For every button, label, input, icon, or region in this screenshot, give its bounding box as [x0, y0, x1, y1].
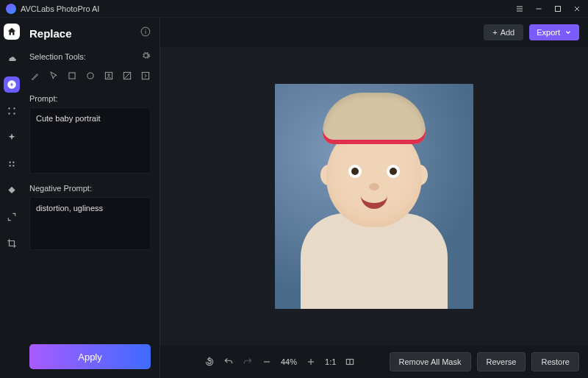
app-title: AVCLabs PhotoPro AI — [21, 4, 514, 13]
svg-point-19 — [87, 73, 93, 79]
export-label: Export — [537, 28, 560, 37]
rail-crop[interactable] — [4, 235, 20, 252]
svg-point-13 — [10, 165, 11, 166]
titlebar: AVCLabs PhotoPro AI — [0, 0, 588, 18]
rail-fill[interactable] — [4, 182, 20, 199]
svg-point-12 — [12, 162, 14, 163]
prompt-label: Prompt: — [29, 94, 151, 103]
restore-button[interactable]: Restore — [531, 352, 579, 371]
negative-prompt-input[interactable] — [29, 197, 151, 250]
selection-tools-label: Selection Tools: — [29, 52, 86, 61]
eraser-tool[interactable] — [121, 69, 132, 82]
person-tool[interactable] — [103, 69, 114, 82]
canvas-area: +Add Export 44% — [160, 18, 588, 378]
export-tool-icon[interactable] — [140, 69, 151, 82]
brush-tool[interactable] — [29, 69, 40, 82]
maximize-button[interactable] — [553, 4, 563, 14]
gear-icon[interactable] — [141, 50, 151, 63]
plus-icon: + — [492, 28, 497, 37]
remove-all-mask-button[interactable]: Remove All Mask — [390, 352, 471, 371]
reverse-button[interactable]: Reverse — [477, 352, 526, 371]
svg-point-9 — [8, 113, 10, 114]
rect-tool[interactable] — [66, 69, 77, 82]
side-panel: Replace Selection Tools: Prompt: Negativ… — [24, 18, 160, 378]
svg-point-7 — [8, 107, 10, 109]
fit-screen-icon[interactable] — [345, 357, 355, 367]
rail-blur[interactable] — [4, 156, 20, 172]
rail-replace[interactable] — [4, 76, 20, 93]
rail-expand[interactable] — [4, 209, 20, 225]
svg-line-23 — [124, 74, 129, 79]
rail-magic[interactable] — [4, 129, 20, 146]
zoom-out-button[interactable] — [262, 357, 272, 367]
tool-rail — [0, 18, 24, 378]
redo-button[interactable] — [243, 357, 253, 367]
svg-point-11 — [10, 162, 11, 163]
pointer-tool[interactable] — [48, 69, 59, 82]
canvas-viewport[interactable] — [160, 47, 588, 346]
undo-button[interactable] — [223, 357, 234, 367]
svg-rect-4 — [556, 6, 561, 11]
rail-cloud[interactable] — [4, 50, 20, 66]
negative-prompt-label: Negative Prompt: — [29, 184, 151, 193]
zoom-in-button[interactable] — [306, 357, 316, 367]
svg-point-10 — [13, 113, 15, 114]
app-logo — [6, 4, 16, 14]
add-label: Add — [501, 28, 515, 37]
rail-home[interactable] — [4, 24, 20, 40]
svg-rect-24 — [142, 72, 148, 79]
minimize-button[interactable] — [534, 4, 544, 14]
prompt-input[interactable] — [29, 107, 151, 174]
ellipse-tool[interactable] — [85, 69, 96, 82]
panel-title: Replace — [29, 27, 72, 40]
svg-point-17 — [145, 29, 146, 29]
zoom-value: 44% — [281, 357, 297, 366]
edited-image — [275, 84, 473, 309]
svg-point-14 — [12, 165, 14, 166]
add-button[interactable]: +Add — [484, 24, 523, 40]
svg-point-21 — [107, 74, 109, 76]
menu-button[interactable] — [514, 4, 525, 14]
svg-point-8 — [13, 107, 15, 109]
info-icon[interactable] — [140, 26, 151, 40]
rail-sparkle[interactable] — [4, 103, 20, 119]
aspect-ratio[interactable]: 1:1 — [325, 357, 336, 366]
export-button[interactable]: Export — [529, 24, 579, 40]
apply-button[interactable]: Apply — [29, 344, 151, 369]
rotate-icon[interactable] — [204, 357, 215, 367]
svg-rect-18 — [68, 73, 74, 79]
chevron-down-icon — [564, 29, 572, 36]
close-button[interactable] — [572, 4, 582, 14]
